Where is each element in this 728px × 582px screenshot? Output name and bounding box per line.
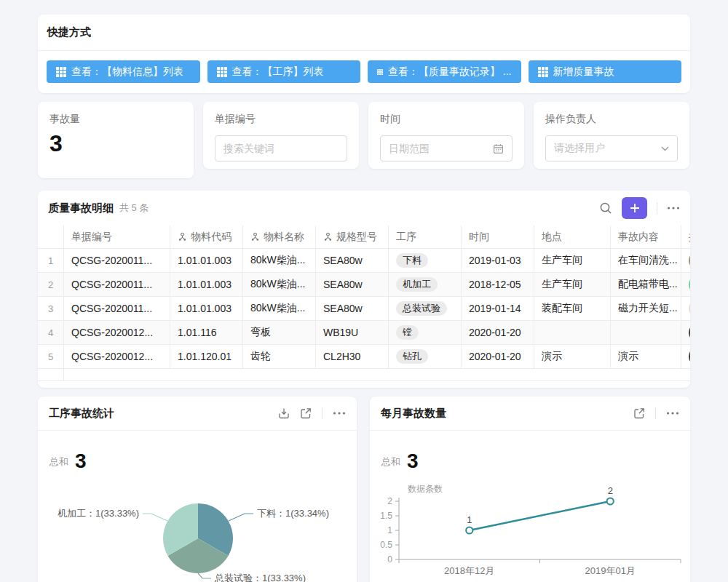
shortcut-button-1[interactable]: 查看：【物料信息】列表 (47, 60, 200, 83)
column-header[interactable]: 物料名称 (243, 226, 316, 248)
model-cell: CL2H30 (316, 345, 389, 368)
more-icon[interactable] (333, 411, 346, 415)
process-cell: 下料 (389, 249, 462, 272)
column-header-label: 时间 (469, 231, 489, 244)
chevron-down-icon (661, 146, 669, 151)
open-in-new-icon[interactable] (300, 407, 312, 419)
process-cell: 总装试验 (389, 297, 462, 320)
column-header-label: 地点 (542, 231, 562, 244)
shortcut-button-4[interactable]: 新增质量事故 (529, 60, 682, 83)
y-tick-label: 0 (387, 554, 392, 565)
content-cell: 磁力开关短... (611, 297, 681, 320)
date-range-input[interactable] (380, 135, 513, 162)
shortcut-button-3[interactable]: 查看：【质量事故记录】 ... (368, 60, 521, 83)
shortcut-button-row: 查看：【物料信息】列表查看：【工序】列表查看：【质量事故记录】 ...新增质量事… (38, 51, 690, 92)
process-tag: 下料 (396, 253, 428, 268)
table-title-row: 质量事故明细 共 5 条 (38, 191, 690, 226)
y-tick-label: 0.5 (380, 540, 392, 550)
line-chart-title: 每月事故数量 (381, 407, 446, 420)
date-cell: 2019-01-03 (462, 249, 534, 272)
process-cell: 机加工 (389, 273, 462, 296)
data-point (466, 527, 472, 533)
add-record-button[interactable] (622, 197, 647, 219)
filter-row: 事故量 3 单据编号 时间 操作负责人 (38, 102, 690, 178)
column-header[interactable]: 单据编号 (64, 226, 170, 248)
code-cell: 1.01.01.003 (170, 249, 243, 272)
column-header[interactable]: 时间 (462, 226, 534, 248)
table-row[interactable]: 3QCSG-2020011...1.01.01.00380kW柴油...SEA8… (38, 297, 690, 321)
relation-icon (323, 232, 333, 242)
line-series (470, 501, 611, 530)
data-point-label: 2 (608, 485, 613, 496)
column-header[interactable]: 规格型号 (316, 226, 389, 248)
content-cell: 在车间清洗... (611, 249, 681, 272)
search-icon[interactable] (599, 202, 612, 215)
name-cell: 80kW柴油... (243, 297, 316, 320)
operator-filter-card: 操作负责人 请选择用户 (534, 102, 689, 169)
line-summary: 总和 3 (370, 431, 690, 471)
table-empty-row (38, 369, 690, 381)
model-cell: SEA80w (316, 249, 389, 272)
shortcut-button-2[interactable]: 查看：【工序】列表 (207, 60, 361, 83)
incident-table: 单据编号物料代码物料名称规格型号工序时间地点事故内容操作负责人 1QCSG-20… (38, 226, 690, 381)
more-icon[interactable] (667, 206, 680, 210)
doc-cell: QCSG-2020011... (64, 273, 170, 296)
code-cell: 1.01.120.01 (170, 345, 243, 368)
pie-label-line (143, 514, 167, 521)
operator-label: 操作负责人 (545, 113, 678, 126)
table-row[interactable]: 2QCSG-2020011...1.01.01.00380kW柴油...SEA8… (38, 273, 690, 297)
keyword-input[interactable] (223, 143, 339, 154)
doc-number-search-input[interactable] (215, 135, 347, 162)
column-header[interactable]: 物料代码 (170, 226, 243, 248)
table-row[interactable]: 4QCSG-2020012...1.01.116弯板WB19U镗2020-01-… (38, 321, 690, 345)
column-header[interactable] (38, 226, 64, 248)
date-range-field[interactable] (389, 143, 493, 154)
column-header-label: 事故内容 (618, 231, 659, 244)
operator-cell (681, 273, 690, 296)
process-incident-chart-card: 工序事故统计 (38, 396, 357, 582)
model-cell: SEA80w (316, 273, 389, 296)
incident-count-card: 事故量 3 (38, 102, 194, 178)
app-grid-icon (217, 67, 227, 77)
operator-select[interactable]: 请选择用户 (545, 135, 678, 162)
num-cell: 2 (38, 273, 64, 296)
column-header[interactable]: 地点 (534, 226, 611, 248)
table-row[interactable]: 5QCSG-2020012...1.01.120.01齿轮CL2H30钻孔202… (38, 345, 690, 369)
more-icon[interactable] (666, 411, 679, 415)
incident-count-label: 事故量 (50, 113, 182, 126)
x-tick-label: 2018年12月 (444, 565, 494, 576)
column-header[interactable]: 事故内容 (611, 226, 681, 248)
record-count: 共 5 条 (119, 202, 149, 215)
column-header-label: 规格型号 (336, 231, 377, 244)
pie-label-机加工: 机加工：1(33.33%) (58, 508, 139, 519)
process-cell: 钻孔 (389, 345, 462, 368)
column-header[interactable]: 操作负责人 (681, 226, 690, 248)
name-cell: 弯板 (243, 321, 316, 344)
pie-label-总装试验: 总装试验：1(33.33%) (214, 573, 306, 582)
pie-sum-label: 总和 (50, 455, 68, 471)
x-tick-label: 2019年01月 (585, 565, 636, 576)
num-cell: 5 (38, 345, 64, 368)
y-tick-label: 2 (387, 496, 392, 506)
download-icon[interactable] (278, 407, 290, 419)
dashboard-page: 快捷方式 查看：【物料信息】列表查看：【工序】列表查看：【质量事故记录】 ...… (0, 0, 728, 582)
pie-label-line (198, 573, 211, 578)
avatar (689, 300, 690, 317)
calendar-icon[interactable] (493, 143, 504, 154)
date-cell: 2019-01-14 (462, 297, 534, 320)
pie-sum-value: 3 (75, 451, 87, 471)
avatar (689, 324, 690, 341)
shortcuts-title: 快捷方式 (38, 15, 690, 51)
pie-label-line (229, 514, 253, 521)
operator-cell (681, 249, 690, 272)
table-row[interactable]: 1QCSG-2020011...1.01.01.00380kW柴油...SEA8… (38, 249, 690, 273)
avatar (689, 348, 690, 365)
app-grid-icon (56, 67, 66, 77)
open-in-new-icon[interactable] (633, 407, 645, 419)
process-cell: 镗 (389, 321, 462, 344)
process-tag: 总装试验 (396, 301, 447, 316)
shortcut-button-label: 新增质量事故 (553, 65, 614, 79)
pie-summary: 总和 3 (38, 431, 357, 471)
column-header[interactable]: 工序 (389, 226, 462, 248)
operator-cell (681, 345, 690, 368)
